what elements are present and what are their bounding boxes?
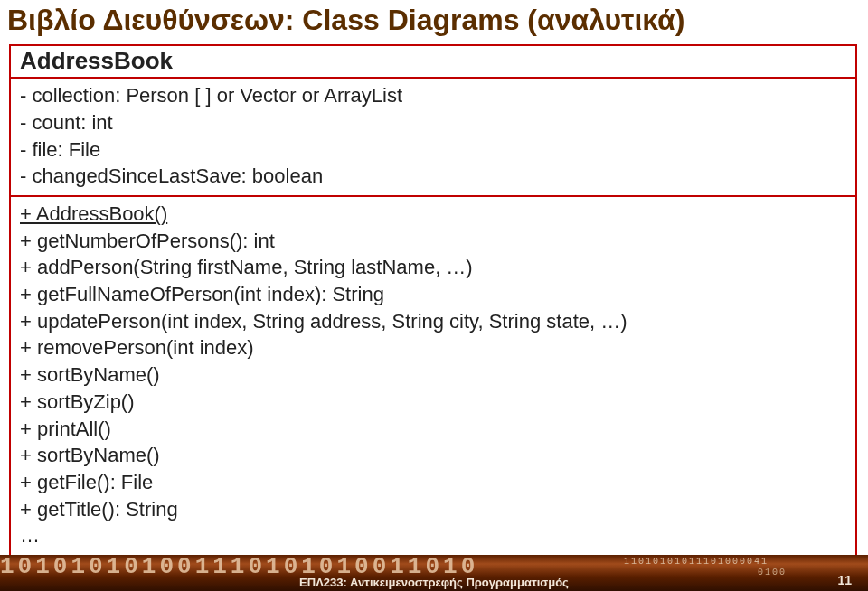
uml-op: + printAll() <box>20 416 846 443</box>
slide: Βιβλίο Διευθύνσεων: Class Diagrams (αναλ… <box>0 0 868 591</box>
uml-attr: - collection: Person [ ] or Vector or Ar… <box>20 82 846 109</box>
uml-op: + getTitle(): String <box>20 496 846 523</box>
footer-bits-small1: 11010101011101000041 <box>624 557 769 567</box>
slide-title: Βιβλίο Διευθύνσεων: Class Diagrams (αναλ… <box>0 0 868 44</box>
footer-page-number: 11 <box>837 573 852 587</box>
uml-op: + getFile(): File <box>20 469 846 496</box>
uml-op: + removePerson(int index) <box>20 334 846 361</box>
uml-op: + sortByZip() <box>20 389 846 416</box>
uml-class-box: AddressBook - collection: Person [ ] or … <box>9 44 857 557</box>
uml-class-name: AddressBook <box>11 46 855 80</box>
uml-op: + sortByName() <box>20 361 846 389</box>
uml-op: + updatePerson(int index, String address… <box>20 308 846 335</box>
uml-op: + addPerson(String firstName, String las… <box>20 254 846 281</box>
uml-op: + AddressBook() <box>20 201 846 228</box>
uml-attr: - file: File <box>20 136 846 164</box>
uml-attr: - changedSinceLastSave: boolean <box>20 163 846 190</box>
footer-text: ΕΠΛ233: Αντικειμενοστρεφής Προγραμματισμ… <box>0 576 868 589</box>
uml-op: + sortByName() <box>20 442 846 469</box>
uml-op: + getFullNameOfPerson(int index): String <box>20 281 846 308</box>
uml-operations: + AddressBook() + getNumberOfPersons(): … <box>11 197 855 555</box>
uml-attr: - count: int <box>20 109 846 136</box>
footer-bar: 101010101001110101010011010 110101010111… <box>0 555 868 591</box>
uml-op: + getNumberOfPersons(): int <box>20 228 846 255</box>
uml-attributes: - collection: Person [ ] or Vector or Ar… <box>11 79 855 197</box>
uml-op: … <box>20 522 846 549</box>
